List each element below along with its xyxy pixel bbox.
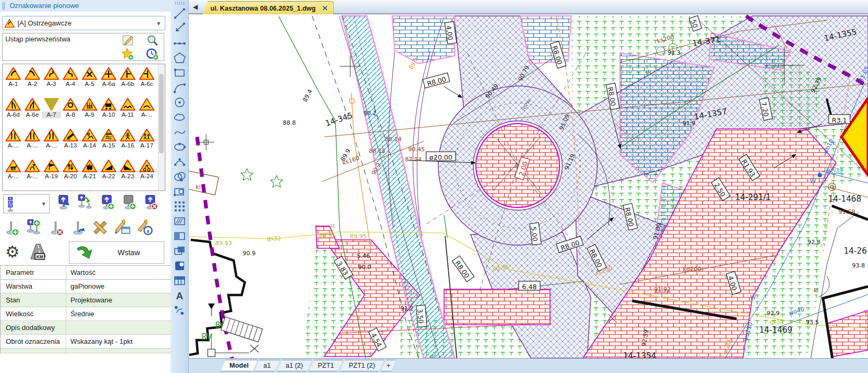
sign-A-4[interactable]: A-4 bbox=[61, 65, 80, 96]
tool-polyline[interactable]: .dot{fill:#2a5db0;stroke:none} bbox=[172, 21, 187, 35]
drawing-canvas[interactable]: 4,00R8.00R8.00R8.00ø20.00R8.005,006.483.… bbox=[189, 14, 868, 358]
tool-rectangle[interactable]: .dot{fill:#2a5db0;stroke:none} bbox=[172, 65, 187, 80]
pole-replace-button[interactable] bbox=[69, 219, 88, 238]
tool-copy[interactable]: .dot{fill:#2a5db0;stroke:none} bbox=[172, 244, 187, 258]
sign-A-16[interactable]: A-16 bbox=[118, 127, 137, 158]
sign-A-6b[interactable]: A-6b bbox=[118, 65, 137, 96]
tool-table[interactable]: .dot{fill:#2a5db0;stroke:none} bbox=[172, 273, 187, 288]
sign-A-17[interactable]: A-17 bbox=[137, 127, 156, 158]
sign-A-10[interactable]: A-10 bbox=[99, 96, 118, 127]
sign-partial[interactable] bbox=[118, 188, 137, 191]
sign-grid[interactable]: A-1A-2A-3A-4A-5A-6aA-6bA-6cA-6dA-6eA-7A-… bbox=[2, 64, 165, 191]
close-icon[interactable]: ✕ bbox=[322, 4, 328, 12]
sign-A-19[interactable]: A-19 bbox=[42, 158, 61, 188]
sign-A-14[interactable]: A-14 bbox=[80, 127, 99, 158]
settings-button[interactable]: ⚙ bbox=[5, 243, 20, 261]
sign-A-3[interactable]: A-3 bbox=[42, 65, 61, 96]
sign-partial[interactable] bbox=[23, 188, 42, 191]
sign-partial[interactable] bbox=[4, 188, 23, 191]
tool-polygon[interactable]: .dot{fill:#2a5db0;stroke:none} bbox=[172, 50, 187, 65]
tool-text[interactable]: .dot{fill:#2a5db0;stroke:none}A bbox=[172, 288, 187, 302]
table-row[interactable]: StanProjektowane bbox=[1, 293, 171, 307]
post-type-dropdown[interactable]: ▼ bbox=[3, 194, 50, 213]
sign-move-button[interactable] bbox=[76, 194, 95, 213]
tool-arc[interactable]: .dot{fill:#2a5db0;stroke:none} bbox=[172, 80, 187, 94]
sign-A-6c[interactable]: A-6c bbox=[137, 65, 156, 96]
edit-signs-button[interactable] bbox=[91, 219, 110, 238]
sign-remove-button[interactable] bbox=[141, 194, 160, 213]
sign-A-5[interactable]: A-5 bbox=[80, 65, 99, 96]
tool-measure-points[interactable]: .dot{fill:#2a5db0;stroke:none} bbox=[172, 36, 187, 50]
sign-A-20[interactable]: A-20 bbox=[61, 158, 80, 188]
sign-A-...[interactable]: A-... bbox=[4, 158, 23, 188]
layout-tab-a1-2-[interactable]: a1 (2) bbox=[277, 360, 312, 371]
time-add-icon[interactable] bbox=[140, 48, 164, 60]
sign-replace-button[interactable] bbox=[54, 194, 73, 213]
tab-scroll-left-icon[interactable]: ◀ bbox=[193, 3, 198, 11]
tool-line[interactable]: .dot{fill:#2a5db0;stroke:none} bbox=[172, 6, 187, 20]
sign-A-...[interactable]: A-... bbox=[42, 127, 61, 158]
table-row[interactable]: WarstwagaPionowe bbox=[1, 280, 171, 293]
sign-A-24[interactable]: A-24 bbox=[137, 158, 156, 188]
layout-tab-model[interactable]: Model bbox=[220, 360, 258, 371]
sign-A-2[interactable]: A-2 bbox=[23, 65, 42, 96]
edit-info-button[interactable] bbox=[136, 219, 155, 238]
sign-A-22[interactable]: A-22 bbox=[99, 158, 118, 188]
edit-table-button[interactable] bbox=[113, 219, 132, 238]
search-icon[interactable] bbox=[140, 34, 164, 47]
sign-partial[interactable] bbox=[42, 188, 61, 191]
star-add-icon[interactable] bbox=[116, 48, 139, 60]
panel-grip-icon[interactable] bbox=[2, 2, 5, 10]
sign-grid-scrollbar[interactable] bbox=[158, 64, 165, 190]
kilometrage-button[interactable]: KM bbox=[28, 242, 47, 263]
toolbar-grip-icon[interactable] bbox=[174, 2, 185, 5]
pole-sign-add-button[interactable] bbox=[24, 219, 43, 238]
sign-A-9[interactable]: A-9 bbox=[80, 96, 99, 127]
pole-add-button[interactable] bbox=[2, 219, 21, 238]
edit-note-icon[interactable] bbox=[116, 34, 139, 47]
sign-A-...[interactable]: A-... bbox=[23, 127, 42, 158]
pole-remove-button[interactable] bbox=[47, 219, 66, 238]
table-row[interactable]: Opis dodatkowy bbox=[1, 321, 171, 335]
sign-add-button[interactable] bbox=[98, 194, 117, 213]
sign-A-21[interactable]: A-21 bbox=[80, 158, 99, 188]
tool-hatch[interactable]: .dot{fill:#2a5db0;stroke:none} bbox=[172, 214, 187, 228]
tool-arc-3-point[interactable]: .dot{fill:#2a5db0;stroke:none} bbox=[172, 154, 187, 169]
sign-A-23[interactable]: A-23 bbox=[118, 158, 137, 188]
sign-A-1[interactable]: A-1 bbox=[4, 65, 23, 96]
scrollbar-thumb[interactable] bbox=[159, 74, 164, 153]
layout-tab-pzt1[interactable]: PZT1 bbox=[309, 360, 343, 371]
sign-partial[interactable] bbox=[80, 188, 99, 191]
tool-viewport[interactable]: .dot{fill:#2a5db0;stroke:none} bbox=[172, 184, 187, 198]
sign-A-13[interactable]: A-13 bbox=[61, 127, 80, 158]
sign-A-6d[interactable]: A-6d bbox=[4, 96, 23, 127]
sign-partial[interactable] bbox=[99, 188, 118, 191]
tool-circle[interactable]: .dot{fill:#2a5db0;stroke:none} bbox=[172, 95, 187, 109]
document-tab[interactable]: ul. Kasztanowa 08.06.2025_1.dwg ✕ bbox=[202, 1, 334, 15]
sign-A-11[interactable]: A-11 bbox=[118, 96, 137, 127]
tool-ellipse[interactable]: .dot{fill:#2a5db0;stroke:none} bbox=[172, 140, 187, 154]
tool-gradient[interactable]: .dot{fill:#2a5db0;stroke:none} bbox=[172, 229, 187, 243]
sign-category-dropdown[interactable]: [A] Ostrzegawcze ▼ bbox=[2, 16, 165, 30]
tool-region[interactable]: .dot{fill:#2a5db0;stroke:none} bbox=[172, 169, 187, 184]
tool-divide[interactable]: .dot{fill:#2a5db0;stroke:none} bbox=[172, 303, 187, 317]
sign-A-6a[interactable]: A-6a bbox=[99, 65, 118, 96]
sign-blank-add-button[interactable] bbox=[119, 194, 138, 213]
sign-A-...[interactable]: A-... bbox=[4, 127, 23, 158]
table-row[interactable]: Obrót oznaczeniaWskazany kąt - 1pkt bbox=[1, 335, 171, 349]
sign-partial[interactable] bbox=[61, 188, 80, 191]
layout-tab-a1[interactable]: a1 bbox=[254, 360, 280, 371]
table-row-partial[interactable] bbox=[1, 349, 171, 353]
tool-spline[interactable]: .dot{fill:#2a5db0;stroke:none} bbox=[172, 125, 187, 139]
sign-A-...[interactable]: A-... bbox=[23, 158, 42, 188]
sign-A-...[interactable]: A-... bbox=[137, 96, 156, 127]
sign-A-15[interactable]: A-15 bbox=[99, 127, 118, 158]
sign-A-6e[interactable]: A-6e bbox=[23, 96, 42, 127]
tool-point-array[interactable]: .dot{fill:#2a5db0;stroke:none} bbox=[172, 199, 187, 213]
sign-A-7[interactable]: A-7 bbox=[42, 96, 61, 127]
tool-solid[interactable]: .dot{fill:#2a5db0;stroke:none} bbox=[172, 258, 187, 273]
layout-tab-pzt1-2-[interactable]: PZT1 (2) bbox=[340, 360, 384, 371]
sign-A-8[interactable]: A-8 bbox=[61, 96, 80, 127]
table-row[interactable]: WielkośćŚrednie bbox=[1, 307, 171, 321]
insert-button[interactable]: Wstaw bbox=[69, 241, 164, 264]
